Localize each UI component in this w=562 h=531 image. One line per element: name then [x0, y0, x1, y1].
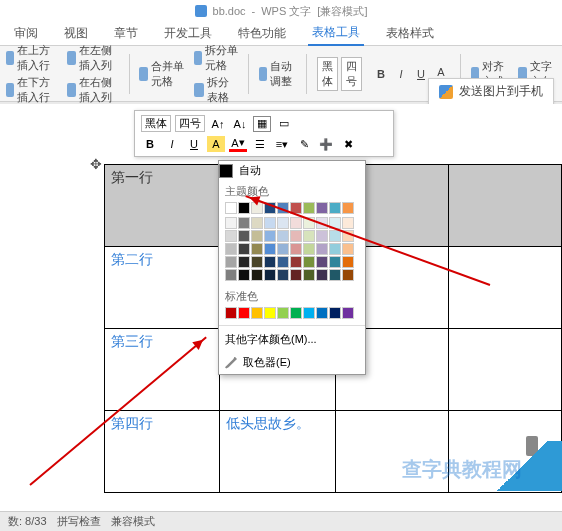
- grow-font-button[interactable]: A↑: [209, 116, 227, 132]
- ribbon-size-select[interactable]: 四号: [341, 57, 362, 91]
- merge-cells-button[interactable]: 合并单元格: [139, 59, 183, 89]
- mini-size-select[interactable]: 四号: [175, 115, 205, 132]
- color-swatch[interactable]: [290, 269, 302, 281]
- color-swatch[interactable]: [225, 202, 237, 214]
- color-swatch[interactable]: [251, 217, 263, 229]
- color-swatch[interactable]: [238, 230, 250, 242]
- status-spellcheck[interactable]: 拼写检查: [57, 514, 101, 529]
- mini-align-button[interactable]: ≡▾: [273, 136, 291, 152]
- color-swatch[interactable]: [303, 243, 315, 255]
- table-cell[interactable]: 第四行: [105, 411, 220, 493]
- document-area[interactable]: ✥ 第一行 第二行 第三行 举头望明月 第四行 低头思故乡。: [0, 104, 562, 511]
- color-swatch[interactable]: [342, 202, 354, 214]
- color-swatch[interactable]: [316, 202, 328, 214]
- color-swatch[interactable]: [290, 230, 302, 242]
- color-swatch[interactable]: [342, 256, 354, 268]
- color-swatch[interactable]: [238, 256, 250, 268]
- color-swatch[interactable]: [342, 230, 354, 242]
- color-swatch[interactable]: [264, 217, 276, 229]
- split-table-button[interactable]: 拆分表格: [194, 75, 238, 105]
- color-swatch[interactable]: [329, 269, 341, 281]
- insert-row-above-button[interactable]: 在上方插入行: [6, 43, 57, 73]
- mini-bullets-button[interactable]: ☰: [251, 136, 269, 152]
- table-move-handle[interactable]: ✥: [90, 156, 102, 172]
- mini-format-painter-button[interactable]: ✎: [295, 136, 313, 152]
- color-swatch[interactable]: [225, 256, 237, 268]
- color-swatch[interactable]: [290, 217, 302, 229]
- color-swatch[interactable]: [238, 269, 250, 281]
- table-cell[interactable]: 低头思故乡。: [219, 411, 336, 493]
- color-swatch[interactable]: [238, 307, 250, 319]
- color-swatch[interactable]: [342, 307, 354, 319]
- mini-underline-button[interactable]: U: [185, 136, 203, 152]
- mini-font-color-button[interactable]: A▾: [229, 136, 247, 152]
- color-swatch[interactable]: [225, 269, 237, 281]
- color-swatch[interactable]: [251, 230, 263, 242]
- color-swatch[interactable]: [303, 256, 315, 268]
- color-swatch[interactable]: [264, 269, 276, 281]
- color-swatch[interactable]: [316, 230, 328, 242]
- color-swatch[interactable]: [264, 230, 276, 242]
- insert-row-below-button[interactable]: 在下方插入行: [6, 75, 57, 105]
- split-cell-button[interactable]: 拆分单元格: [194, 43, 238, 73]
- color-swatch[interactable]: [342, 217, 354, 229]
- color-swatch[interactable]: [329, 230, 341, 242]
- color-swatch[interactable]: [264, 307, 276, 319]
- mini-delete-button[interactable]: ✖: [339, 136, 357, 152]
- color-swatch[interactable]: [225, 217, 237, 229]
- bold-button[interactable]: B: [372, 65, 390, 83]
- mini-bold-button[interactable]: B: [141, 136, 159, 152]
- autofit-button[interactable]: 自动调整: [259, 59, 297, 89]
- color-swatch[interactable]: [342, 269, 354, 281]
- mini-italic-button[interactable]: I: [163, 136, 181, 152]
- color-swatch[interactable]: [225, 230, 237, 242]
- color-swatch[interactable]: [290, 202, 302, 214]
- ribbon-font-select[interactable]: 黑体: [317, 57, 338, 91]
- eyedropper-item[interactable]: 取色器(E): [219, 351, 365, 374]
- tab-special[interactable]: 特色功能: [234, 22, 290, 45]
- color-swatch[interactable]: [316, 269, 328, 281]
- insert-col-right-button[interactable]: 在右侧插入列: [67, 75, 118, 105]
- color-swatch[interactable]: [277, 269, 289, 281]
- color-swatch[interactable]: [329, 307, 341, 319]
- color-swatch[interactable]: [238, 217, 250, 229]
- table-cell[interactable]: [449, 165, 562, 247]
- color-swatch[interactable]: [316, 243, 328, 255]
- color-swatch[interactable]: [329, 217, 341, 229]
- color-swatch[interactable]: [329, 256, 341, 268]
- italic-button[interactable]: I: [392, 65, 410, 83]
- color-swatch[interactable]: [264, 243, 276, 255]
- table-cell[interactable]: 第三行: [105, 329, 220, 411]
- color-swatch[interactable]: [264, 256, 276, 268]
- tab-table-tools[interactable]: 表格工具: [308, 21, 364, 46]
- color-swatch[interactable]: [303, 269, 315, 281]
- color-swatch[interactable]: [251, 243, 263, 255]
- color-swatch[interactable]: [329, 202, 341, 214]
- color-swatch[interactable]: [238, 243, 250, 255]
- color-swatch[interactable]: [316, 307, 328, 319]
- color-swatch[interactable]: [277, 307, 289, 319]
- table-cell[interactable]: 第一行: [105, 165, 220, 247]
- color-swatch[interactable]: [290, 307, 302, 319]
- color-swatch[interactable]: [251, 202, 263, 214]
- mini-table-button[interactable]: ▦: [253, 116, 271, 132]
- color-swatch[interactable]: [316, 217, 328, 229]
- color-swatch[interactable]: [251, 269, 263, 281]
- table-cell[interactable]: 第二行: [105, 247, 220, 329]
- color-swatch[interactable]: [342, 243, 354, 255]
- color-swatch[interactable]: [277, 243, 289, 255]
- send-to-phone-button[interactable]: 发送图片到手机: [428, 78, 554, 105]
- color-swatch[interactable]: [277, 230, 289, 242]
- color-swatch[interactable]: [316, 256, 328, 268]
- color-swatch[interactable]: [290, 256, 302, 268]
- mini-insert-button[interactable]: ➕: [317, 136, 335, 152]
- more-colors-item[interactable]: 其他字体颜色(M)...: [219, 328, 365, 351]
- color-swatch[interactable]: [303, 230, 315, 242]
- color-swatch[interactable]: [277, 256, 289, 268]
- table-cell[interactable]: [336, 411, 449, 493]
- color-swatch[interactable]: [251, 256, 263, 268]
- mini-highlight-button[interactable]: A: [207, 136, 225, 152]
- color-swatch[interactable]: [303, 217, 315, 229]
- color-swatch[interactable]: [277, 202, 289, 214]
- color-swatch[interactable]: [277, 217, 289, 229]
